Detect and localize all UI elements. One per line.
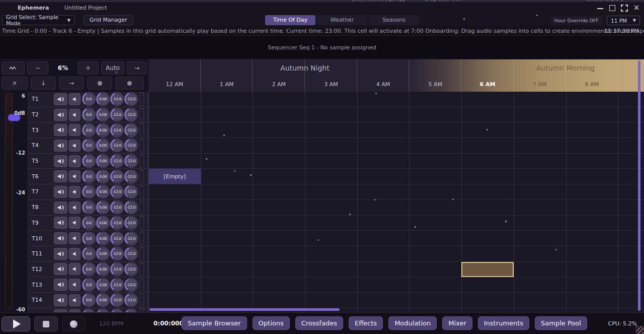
- wave-icon-button[interactable]: [2, 61, 25, 75]
- knob-2[interactable]: 0.00: [96, 108, 110, 121]
- mute-button[interactable]: [69, 263, 80, 275]
- grid-cell[interactable]: [253, 246, 305, 262]
- fader-track[interactable]: [5, 93, 13, 308]
- grid-cell[interactable]: [253, 107, 305, 123]
- grid-cell[interactable]: [148, 246, 201, 262]
- grid-cell[interactable]: [409, 308, 461, 312]
- grid-cell[interactable]: [566, 184, 618, 200]
- grid-cell[interactable]: [148, 200, 201, 216]
- fullscreen-icon[interactable]: [621, 5, 628, 12]
- grid-cell[interactable]: [148, 184, 201, 200]
- knob-1[interactable]: 0.0: [82, 185, 96, 198]
- grid-cell[interactable]: [148, 231, 201, 246]
- knob-1[interactable]: 0.0: [82, 262, 96, 276]
- grid-cell[interactable]: [148, 107, 201, 123]
- grid-cell[interactable]: [514, 122, 566, 138]
- grid-cell[interactable]: [409, 154, 461, 169]
- grid-cell[interactable]: [357, 184, 410, 200]
- knob-2[interactable]: 0.00: [96, 309, 110, 312]
- resize-grip-icon[interactable]: [636, 326, 644, 334]
- knob-3[interactable]: -12.0: [110, 247, 124, 260]
- grid-cell[interactable]: [514, 216, 566, 231]
- mute-button[interactable]: [69, 93, 80, 105]
- speaker-button[interactable]: [54, 186, 67, 198]
- grid-cell[interactable]: [566, 216, 618, 231]
- knob-3[interactable]: -12.0: [110, 92, 124, 106]
- grid-cell[interactable]: [201, 92, 253, 107]
- grid-cell[interactable]: [148, 122, 201, 138]
- tab-time-of-day[interactable]: Time Of Day: [265, 15, 315, 25]
- mute-button[interactable]: [69, 124, 80, 136]
- mute-button[interactable]: [69, 186, 80, 198]
- grid-cell[interactable]: [514, 308, 566, 312]
- speaker-button[interactable]: [54, 155, 67, 167]
- grid-cell[interactable]: [148, 262, 201, 278]
- knob-3[interactable]: -12.0: [110, 185, 124, 198]
- mute-button[interactable]: [69, 217, 80, 229]
- mute-button[interactable]: [69, 202, 80, 214]
- mute-button[interactable]: [69, 109, 80, 121]
- hour-override-button[interactable]: Hour Override OFF: [550, 16, 603, 25]
- knob-1[interactable]: 0.0: [82, 154, 96, 168]
- grid-cell[interactable]: [357, 246, 410, 262]
- knob-2[interactable]: 0.00: [96, 170, 110, 183]
- speaker-button[interactable]: [54, 124, 67, 136]
- grid-cell[interactable]: [461, 308, 514, 312]
- speaker-button[interactable]: [54, 202, 67, 214]
- grid-cell[interactable]: [305, 169, 357, 184]
- grid-cell[interactable]: [253, 122, 305, 138]
- speaker-button[interactable]: [54, 170, 67, 182]
- grid-cell[interactable]: [409, 138, 461, 154]
- grid-cell[interactable]: [409, 184, 461, 200]
- grid-cell[interactable]: [253, 169, 305, 184]
- grid-cell[interactable]: [409, 122, 461, 138]
- grid-cell[interactable]: [253, 200, 305, 216]
- grid-cell[interactable]: [201, 293, 253, 308]
- grid-cell[interactable]: [461, 184, 514, 200]
- grid-cell[interactable]: [253, 277, 305, 293]
- knob-3[interactable]: -12.0: [110, 123, 124, 137]
- grid-cell[interactable]: [148, 293, 201, 308]
- grid-cell[interactable]: [566, 277, 618, 293]
- grid-cell[interactable]: [409, 200, 461, 216]
- grid-cell[interactable]: [514, 246, 566, 262]
- grid-cell[interactable]: [461, 92, 514, 107]
- grid-cell[interactable]: [566, 92, 618, 107]
- knob-2[interactable]: 0.00: [96, 278, 110, 292]
- arrow-down-button[interactable]: ↓: [31, 77, 56, 90]
- grid-cell[interactable]: [305, 107, 357, 123]
- mute-button[interactable]: [69, 170, 80, 182]
- hour-select-dropdown[interactable]: 11 PM ▼: [607, 16, 640, 25]
- grid-cell[interactable]: [148, 277, 201, 293]
- knob-4[interactable]: -12.0: [124, 123, 138, 137]
- grid-cell[interactable]: [409, 92, 461, 107]
- panel-button-mixer[interactable]: Mixer: [442, 316, 472, 330]
- grid-cell[interactable]: [461, 231, 514, 246]
- grid-cell[interactable]: [357, 154, 410, 169]
- grid-cell[interactable]: [409, 246, 461, 262]
- grid-cell[interactable]: [461, 107, 514, 123]
- speaker-button[interactable]: [54, 248, 67, 260]
- grid-cell[interactable]: [201, 231, 253, 246]
- knob-3[interactable]: -12.0: [110, 108, 124, 121]
- panel-button-instruments[interactable]: Instruments: [478, 316, 529, 330]
- knob-2[interactable]: 0.00: [96, 247, 110, 260]
- grid-cell[interactable]: [461, 277, 514, 293]
- grid-cell[interactable]: [253, 184, 305, 200]
- grid-cell[interactable]: [201, 122, 253, 138]
- knob-4[interactable]: -12.0: [124, 139, 138, 152]
- grid-cell[interactable]: [357, 122, 410, 138]
- knob-2[interactable]: 0.00: [96, 185, 110, 198]
- zoom-in-button[interactable]: +: [77, 61, 99, 75]
- grid-cell[interactable]: [148, 138, 201, 154]
- knob-2[interactable]: 0.00: [96, 154, 110, 168]
- zoom-out-button[interactable]: −: [27, 61, 48, 75]
- knob-2[interactable]: 0.00: [96, 123, 110, 137]
- grid-cell[interactable]: [514, 169, 566, 184]
- toggle-button-2[interactable]: [115, 77, 144, 90]
- grid-cell[interactable]: [201, 216, 253, 231]
- mute-button[interactable]: [69, 279, 80, 291]
- knob-1[interactable]: 0.0: [82, 108, 96, 121]
- knob-1[interactable]: 0.0: [82, 201, 96, 214]
- grid-cell[interactable]: [357, 231, 410, 246]
